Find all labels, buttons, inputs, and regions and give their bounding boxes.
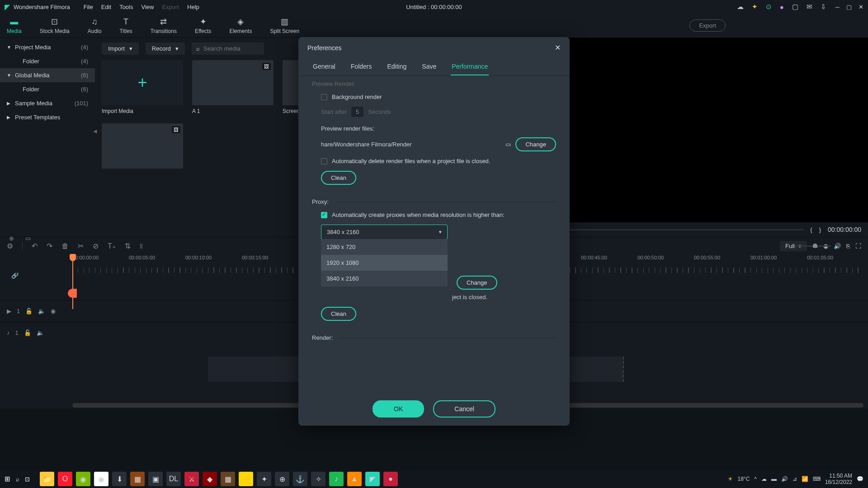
redo-icon[interactable]: ↷	[47, 242, 52, 250]
pref-tab-general[interactable]: General	[312, 58, 336, 75]
change-proxy-path-button[interactable]: Change	[457, 276, 497, 290]
folder-icon[interactable]: ▭	[505, 141, 511, 148]
playhead[interactable]	[72, 255, 73, 309]
app-icon[interactable]: ✧	[311, 472, 326, 486]
resolution-option[interactable]: 1280 x 720	[321, 239, 448, 255]
media-item[interactable]: 🖼 A 1	[192, 60, 274, 114]
proxy-resolution-select[interactable]: 3840 x 2160 ▾ 1280 x 720 868 x 488 384…	[321, 225, 448, 239]
new-folder-icon[interactable]: ⊕	[9, 235, 14, 242]
background-render-checkbox[interactable]	[321, 94, 327, 100]
start-after-value[interactable]: 5	[351, 107, 363, 117]
export-button[interactable]: Export	[689, 19, 726, 32]
onedrive-icon[interactable]: ☁	[761, 476, 767, 482]
app-icon[interactable]: DL	[166, 472, 181, 486]
audio-icon[interactable]: ⫴	[140, 242, 143, 250]
maximize-icon[interactable]: ▢	[846, 4, 852, 10]
resolution-option[interactable]: 3840 x 2160	[321, 271, 448, 286]
close-icon[interactable]: ✕	[859, 4, 863, 10]
vlc-icon[interactable]: ▲	[347, 472, 362, 486]
visibility-icon[interactable]: ◉	[51, 308, 56, 314]
tab-audio[interactable]: ♫Audio	[88, 17, 102, 34]
app-icon[interactable]: ⬇	[112, 472, 127, 486]
settings-icon[interactable]: ⚙	[7, 242, 13, 250]
preview-scrubber[interactable]	[545, 229, 803, 230]
battery-icon[interactable]: ▬	[771, 476, 777, 482]
filmora-icon[interactable]: ◤	[365, 472, 380, 486]
auto-proxy-checkbox[interactable]	[321, 212, 327, 218]
pref-tab-folders[interactable]: Folders	[350, 58, 373, 75]
headset-icon[interactable]: ⊙	[766, 3, 772, 11]
menu-view[interactable]: View	[141, 4, 154, 10]
brace-left[interactable]: {	[810, 226, 812, 233]
download-icon[interactable]: ⇩	[821, 3, 826, 11]
tab-split-screen[interactable]: ▥Split Screen	[270, 17, 299, 34]
cut-icon[interactable]: ✂	[78, 242, 84, 250]
sidebar-item-global-media[interactable]: ▼Global Media(6)	[0, 68, 95, 82]
tab-elements[interactable]: ◈Elements	[229, 17, 252, 34]
wifi-icon[interactable]: 📶	[802, 476, 808, 482]
app-icon[interactable]: ▦	[221, 472, 235, 486]
app-icon[interactable]: ⚓	[293, 472, 307, 486]
sidebar-item-folder[interactable]: Folder(4)	[0, 54, 95, 68]
menu-file[interactable]: File	[84, 4, 93, 10]
chrome-icon[interactable]: ◉	[94, 472, 108, 486]
tab-stock-media[interactable]: ⊡Stock Media	[40, 17, 70, 34]
search-icon[interactable]: ⌕	[16, 476, 19, 483]
tab-titles[interactable]: TTitles	[119, 17, 132, 34]
search-input[interactable]	[203, 45, 259, 52]
app-icon[interactable]: ◆	[203, 472, 217, 486]
menu-help[interactable]: Help	[187, 4, 199, 10]
sidebar-item-sample-media[interactable]: ▶Sample Media(101)	[0, 96, 95, 110]
ok-button[interactable]: OK	[373, 400, 424, 418]
minimize-icon[interactable]: ─	[835, 4, 840, 10]
save-icon[interactable]: ▢	[792, 3, 798, 11]
delete-icon[interactable]: 🗑	[61, 242, 69, 250]
app-icon[interactable]: ●	[383, 472, 398, 486]
clock[interactable]: 11:50 AM 16/12/2022	[825, 473, 852, 486]
opera-icon[interactable]: O	[58, 472, 72, 486]
language-icon[interactable]: ⌨	[813, 476, 821, 482]
lock-icon[interactable]: 🔓	[25, 308, 33, 314]
pref-tab-editing[interactable]: Editing	[387, 58, 408, 75]
search-media[interactable]: ⌕	[192, 42, 264, 55]
clean-proxy-button[interactable]: Clean	[321, 307, 356, 321]
folder-icon[interactable]: ▭	[25, 235, 31, 242]
media-item[interactable]: 🖼	[102, 123, 183, 171]
tab-effects[interactable]: ✦Effects	[195, 17, 211, 34]
brace-right[interactable]: }	[819, 226, 821, 233]
explorer-icon[interactable]: 📁	[40, 472, 54, 486]
sidebar-item-folder[interactable]: Folder(6)	[0, 82, 95, 96]
text-icon[interactable]: T₊	[108, 242, 116, 250]
tab-transitions[interactable]: ⇄Transitions	[151, 17, 177, 34]
pref-tab-save[interactable]: Save	[421, 58, 437, 75]
mute-icon[interactable]: 🔈	[38, 308, 45, 314]
start-button[interactable]: ⊞	[5, 475, 10, 483]
zoom-slider[interactable]	[795, 245, 831, 247]
volume-icon[interactable]: 🔊	[834, 243, 841, 249]
adjust-icon[interactable]: ⇅	[125, 242, 131, 250]
change-render-path-button[interactable]: Change	[515, 137, 556, 151]
weather-icon[interactable]: ☀	[728, 476, 733, 482]
profile-icon[interactable]: ●	[780, 3, 784, 11]
app-icon[interactable]: ⚔	[184, 472, 199, 486]
app-icon[interactable]: ▣	[148, 472, 163, 486]
weather-temp[interactable]: 18°C	[737, 476, 750, 482]
cloud-icon[interactable]: ☁	[737, 3, 744, 11]
import-dropdown[interactable]: Import▾	[102, 42, 139, 55]
mute-icon[interactable]: 🔈	[37, 329, 44, 336]
sidebar-item-preset-templates[interactable]: ▶Preset Templates	[0, 110, 95, 124]
sidebar-item-project-media[interactable]: ▼Project Media(4)	[0, 40, 95, 54]
collapse-handle-icon[interactable]: ◀	[93, 128, 97, 134]
menu-edit[interactable]: Edit	[101, 4, 111, 10]
task-view-icon[interactable]: ⊡	[25, 476, 30, 483]
dialog-close-icon[interactable]: ✕	[555, 43, 561, 52]
clean-render-button[interactable]: Clean	[321, 171, 356, 185]
volume-icon[interactable]: 🔊	[781, 476, 788, 482]
export-clip-icon[interactable]: ⎘	[846, 243, 850, 249]
tray-expand-icon[interactable]: ^	[754, 476, 757, 482]
menu-tools[interactable]: Tools	[119, 4, 133, 10]
spotify-icon[interactable]: ♪	[329, 472, 344, 486]
resolution-option[interactable]: 868 x 488	[321, 255, 448, 271]
mail-icon[interactable]: ✉	[807, 3, 812, 11]
app-icon[interactable]: ⚡	[239, 472, 253, 486]
